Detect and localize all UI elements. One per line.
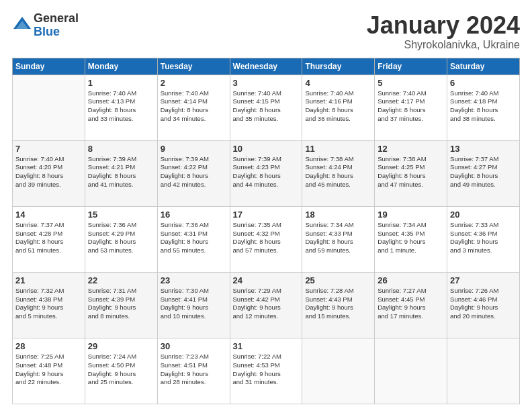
location: Shyrokolanivka, Ukraine: [367, 39, 520, 51]
day-header-friday: Friday: [375, 58, 447, 75]
calendar-header-row: SundayMondayTuesdayWednesdayThursdayFrid…: [13, 58, 520, 75]
calendar-cell: 22Sunrise: 7:31 AMSunset: 4:39 PMDayligh…: [85, 272, 157, 338]
calendar-cell: 3Sunrise: 7:40 AMSunset: 4:15 PMDaylight…: [230, 75, 302, 140]
title-block: January 2024 Shyrokolanivka, Ukraine: [367, 12, 520, 51]
calendar-cell: 14Sunrise: 7:37 AMSunset: 4:28 PMDayligh…: [13, 206, 85, 272]
day-info: Sunrise: 7:37 AMSunset: 4:27 PMDaylight:…: [450, 155, 517, 189]
day-number: 2: [161, 78, 227, 88]
day-info: Sunrise: 7:28 AMSunset: 4:43 PMDaylight:…: [305, 287, 371, 321]
day-header-thursday: Thursday: [302, 58, 375, 75]
calendar-cell: 27Sunrise: 7:26 AMSunset: 4:46 PMDayligh…: [447, 272, 520, 338]
day-header-monday: Monday: [85, 58, 157, 75]
day-number: 4: [305, 78, 371, 88]
calendar-cell: 6Sunrise: 7:40 AMSunset: 4:18 PMDaylight…: [447, 75, 520, 140]
day-number: 15: [88, 210, 154, 220]
calendar-cell: 26Sunrise: 7:27 AMSunset: 4:45 PMDayligh…: [375, 272, 447, 338]
day-number: 20: [450, 210, 517, 220]
day-info: Sunrise: 7:24 AMSunset: 4:50 PMDaylight:…: [88, 353, 154, 387]
day-number: 24: [233, 275, 300, 285]
day-number: 11: [305, 144, 371, 154]
day-number: 16: [161, 210, 227, 220]
day-number: 17: [233, 210, 300, 220]
day-header-wednesday: Wednesday: [230, 58, 302, 75]
day-info: Sunrise: 7:39 AMSunset: 4:21 PMDaylight:…: [88, 155, 154, 189]
day-number: 27: [450, 275, 517, 285]
calendar-cell: 4Sunrise: 7:40 AMSunset: 4:16 PMDaylight…: [302, 75, 375, 140]
day-info: Sunrise: 7:40 AMSunset: 4:13 PMDaylight:…: [88, 89, 154, 124]
day-number: 23: [161, 275, 227, 285]
day-info: Sunrise: 7:26 AMSunset: 4:46 PMDaylight:…: [450, 287, 517, 321]
day-header-saturday: Saturday: [447, 58, 520, 75]
calendar-cell: 2Sunrise: 7:40 AMSunset: 4:14 PMDaylight…: [157, 75, 230, 140]
day-number: 14: [15, 210, 82, 220]
calendar-cell: 30Sunrise: 7:23 AMSunset: 4:51 PMDayligh…: [157, 338, 230, 404]
calendar: SundayMondayTuesdayWednesdayThursdayFrid…: [12, 58, 520, 404]
calendar-cell: 23Sunrise: 7:30 AMSunset: 4:41 PMDayligh…: [157, 272, 230, 338]
calendar-cell: 25Sunrise: 7:28 AMSunset: 4:43 PMDayligh…: [302, 272, 375, 338]
calendar-cell: [13, 75, 85, 140]
day-number: 19: [378, 210, 444, 220]
calendar-cell: 31Sunrise: 7:22 AMSunset: 4:53 PMDayligh…: [230, 338, 302, 404]
header: General Blue January 2024 Shyrokolanivka…: [12, 12, 520, 51]
day-number: 12: [378, 144, 444, 154]
day-number: 10: [233, 144, 300, 154]
day-number: 5: [378, 78, 444, 88]
calendar-cell: [302, 338, 375, 404]
day-info: Sunrise: 7:29 AMSunset: 4:42 PMDaylight:…: [233, 287, 300, 321]
page: General Blue January 2024 Shyrokolanivka…: [0, 0, 532, 411]
day-info: Sunrise: 7:23 AMSunset: 4:51 PMDaylight:…: [161, 353, 227, 387]
day-number: 13: [450, 144, 517, 154]
week-row-2: 7Sunrise: 7:40 AMSunset: 4:20 PMDaylight…: [13, 140, 520, 206]
day-info: Sunrise: 7:40 AMSunset: 4:20 PMDaylight:…: [15, 155, 82, 189]
calendar-cell: [447, 338, 520, 404]
calendar-cell: 1Sunrise: 7:40 AMSunset: 4:13 PMDaylight…: [85, 75, 157, 140]
logo-general: General: [34, 12, 79, 26]
week-row-4: 21Sunrise: 7:32 AMSunset: 4:38 PMDayligh…: [13, 272, 520, 338]
day-info: Sunrise: 7:38 AMSunset: 4:25 PMDaylight:…: [378, 155, 444, 189]
week-row-3: 14Sunrise: 7:37 AMSunset: 4:28 PMDayligh…: [13, 206, 520, 272]
calendar-cell: 28Sunrise: 7:25 AMSunset: 4:48 PMDayligh…: [13, 338, 85, 404]
calendar-cell: 18Sunrise: 7:34 AMSunset: 4:33 PMDayligh…: [302, 206, 375, 272]
calendar-cell: 7Sunrise: 7:40 AMSunset: 4:20 PMDaylight…: [13, 140, 85, 206]
day-number: 26: [378, 275, 444, 285]
calendar-cell: [375, 338, 447, 404]
day-number: 8: [88, 144, 154, 154]
day-header-sunday: Sunday: [13, 58, 85, 75]
day-header-tuesday: Tuesday: [157, 58, 230, 75]
day-info: Sunrise: 7:38 AMSunset: 4:24 PMDaylight:…: [305, 155, 371, 189]
calendar-cell: 8Sunrise: 7:39 AMSunset: 4:21 PMDaylight…: [85, 140, 157, 206]
day-info: Sunrise: 7:39 AMSunset: 4:22 PMDaylight:…: [161, 155, 227, 189]
calendar-cell: 11Sunrise: 7:38 AMSunset: 4:24 PMDayligh…: [302, 140, 375, 206]
day-number: 6: [450, 78, 517, 88]
month-title: January 2024: [367, 12, 520, 39]
day-info: Sunrise: 7:40 AMSunset: 4:16 PMDaylight:…: [305, 89, 371, 124]
day-info: Sunrise: 7:22 AMSunset: 4:53 PMDaylight:…: [233, 353, 300, 387]
week-row-1: 1Sunrise: 7:40 AMSunset: 4:13 PMDaylight…: [13, 75, 520, 140]
day-number: 7: [15, 144, 82, 154]
day-number: 30: [161, 341, 227, 351]
calendar-cell: 29Sunrise: 7:24 AMSunset: 4:50 PMDayligh…: [85, 338, 157, 404]
calendar-cell: 13Sunrise: 7:37 AMSunset: 4:27 PMDayligh…: [447, 140, 520, 206]
day-info: Sunrise: 7:40 AMSunset: 4:18 PMDaylight:…: [450, 89, 517, 124]
day-number: 21: [15, 275, 82, 285]
day-info: Sunrise: 7:36 AMSunset: 4:29 PMDaylight:…: [88, 221, 154, 255]
day-info: Sunrise: 7:35 AMSunset: 4:32 PMDaylight:…: [233, 221, 300, 255]
calendar-cell: 10Sunrise: 7:39 AMSunset: 4:23 PMDayligh…: [230, 140, 302, 206]
day-info: Sunrise: 7:40 AMSunset: 4:15 PMDaylight:…: [233, 89, 300, 124]
day-info: Sunrise: 7:34 AMSunset: 4:35 PMDaylight:…: [378, 221, 444, 255]
calendar-cell: 9Sunrise: 7:39 AMSunset: 4:22 PMDaylight…: [157, 140, 230, 206]
logo: General Blue: [12, 12, 79, 39]
day-number: 1: [88, 78, 154, 88]
calendar-cell: 17Sunrise: 7:35 AMSunset: 4:32 PMDayligh…: [230, 206, 302, 272]
day-number: 22: [88, 275, 154, 285]
day-number: 31: [233, 341, 300, 351]
day-info: Sunrise: 7:25 AMSunset: 4:48 PMDaylight:…: [15, 353, 82, 387]
calendar-cell: 21Sunrise: 7:32 AMSunset: 4:38 PMDayligh…: [13, 272, 85, 338]
day-info: Sunrise: 7:39 AMSunset: 4:23 PMDaylight:…: [233, 155, 300, 189]
calendar-cell: 24Sunrise: 7:29 AMSunset: 4:42 PMDayligh…: [230, 272, 302, 338]
day-info: Sunrise: 7:33 AMSunset: 4:36 PMDaylight:…: [450, 221, 517, 255]
day-number: 18: [305, 210, 371, 220]
day-number: 29: [88, 341, 154, 351]
calendar-cell: 16Sunrise: 7:36 AMSunset: 4:31 PMDayligh…: [157, 206, 230, 272]
day-info: Sunrise: 7:34 AMSunset: 4:33 PMDaylight:…: [305, 221, 371, 255]
